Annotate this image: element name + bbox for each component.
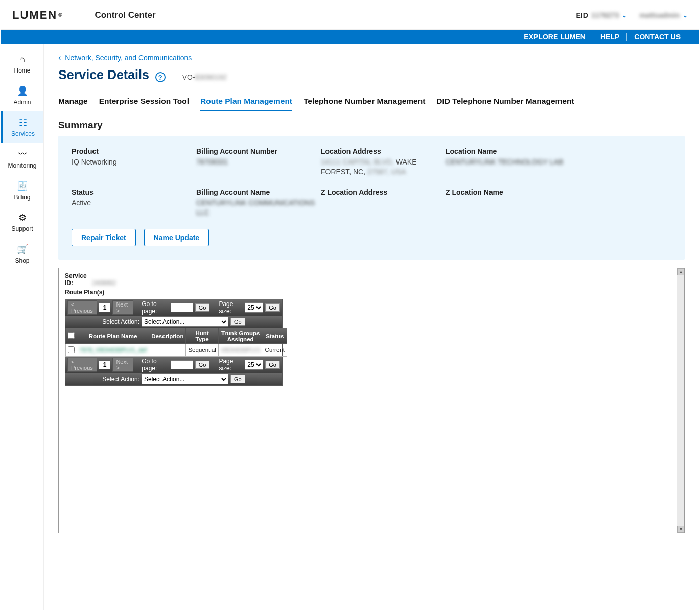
page-number[interactable]: 1 [99, 303, 111, 312]
name-update-button[interactable]: Name Update [144, 229, 209, 246]
val-product: IQ Networking [72, 157, 194, 167]
eid-menu[interactable]: EID 1178273 ⌄ mattsadmin ⌄ [576, 11, 688, 19]
sidebar-item-monitoring[interactable]: 〰Monitoring [1, 143, 43, 175]
col-route-plan-name: Route Plan Name [77, 328, 149, 344]
val-ban: 78708331 [196, 157, 319, 167]
top-bar: LUMEN® Control Center EID 1178273 ⌄ matt… [1, 1, 699, 30]
breadcrumb[interactable]: ‹ Network, Security, and Communications [58, 53, 685, 62]
sidebar-item-admin[interactable]: 👤Admin [1, 80, 43, 111]
pagesize-go[interactable]: Go [265, 303, 280, 312]
sidebar-item-support[interactable]: ⚙Support [1, 206, 43, 238]
lbl-locaddr: Location Address [321, 147, 444, 155]
goto-input[interactable] [171, 360, 193, 369]
next-button[interactable]: Next > [112, 358, 133, 372]
service-id-value: 2408862 [92, 279, 116, 287]
breadcrumb-text: Network, Security, and Communications [65, 54, 192, 62]
select-action-label: Select Action: [102, 375, 139, 383]
nav-contact[interactable]: CONTACT US [626, 33, 688, 41]
tab-did-telephone-number-management[interactable]: DID Telephone Number Management [436, 97, 574, 111]
select-action-dropdown[interactable]: Select Action... [142, 374, 228, 384]
next-button[interactable]: Next > [112, 300, 133, 315]
summary-heading: Summary [58, 120, 685, 131]
cell-trunk-groups: V8OH030PLV1 [221, 347, 261, 353]
pagesize-label: Page size: [219, 358, 243, 372]
nav-help[interactable]: HELP [593, 33, 626, 41]
tab-route-plan-management[interactable]: Route Plan Management [200, 97, 292, 111]
pagesize-select[interactable]: 25 [245, 360, 263, 370]
nav-explore[interactable]: EXPLORE LUMEN [517, 33, 593, 41]
page-title: Service Details [58, 67, 149, 82]
select-action-dropdown[interactable]: Select Action... [142, 317, 228, 327]
goto-go[interactable]: Go [195, 361, 210, 369]
lbl-status: Status [72, 188, 194, 196]
val-baname: CENTURYLINK COMMUNICATIONS LLC [196, 198, 319, 218]
goto-go[interactable]: Go [195, 303, 210, 312]
sidebar-item-billing[interactable]: 🧾Billing [1, 175, 43, 206]
action-go[interactable]: Go [230, 375, 245, 383]
summary-box: ProductIQ Networking Billing Account Num… [58, 136, 685, 260]
sidebar-item-services[interactable]: ☷Services [1, 111, 43, 143]
route-plan-name-link[interactable]: 7978_V8OH030PLV1_def [79, 347, 147, 353]
app-name: Control Center [95, 10, 156, 20]
tab-enterprise-session-tool[interactable]: Enterprise Session Tool [99, 97, 189, 111]
val-locaddr: 14111 CAPITAL BLVD, WAKE FOREST, NC, 275… [321, 157, 444, 177]
scroll-down-icon[interactable]: ▾ [677, 526, 684, 533]
cart-icon: 🛒 [17, 244, 28, 255]
tab-telephone-number-management[interactable]: Telephone Number Management [304, 97, 425, 111]
select-action-label: Select Action: [102, 318, 139, 325]
chevron-left-icon: ‹ [58, 53, 61, 62]
home-icon: ⌂ [19, 54, 25, 65]
col-hunt-type: Hunt Type [186, 328, 218, 344]
sidebar-label: Shop [15, 257, 29, 264]
val-status: Active [72, 198, 194, 208]
route-plans-heading: Route Plan(s) [65, 289, 678, 296]
goto-input[interactable] [171, 303, 193, 312]
scroll-up-icon[interactable]: ▴ [677, 268, 684, 275]
prev-button[interactable]: < Previous [67, 300, 97, 315]
sidebar-label: Services [11, 130, 35, 137]
utility-nav: EXPLORE LUMEN HELP CONTACT US [1, 30, 699, 44]
select-all-checkbox[interactable] [68, 332, 75, 339]
route-plan-panel: Service ID: 2408862 Route Plan(s) < Prev… [58, 268, 685, 533]
page-number[interactable]: 1 [99, 361, 111, 369]
sidebar-item-shop[interactable]: 🛒Shop [1, 238, 43, 270]
repair-ticket-button[interactable]: Repair Ticket [72, 229, 136, 246]
sidebar-label: Admin [13, 99, 31, 106]
sidebar-label: Monitoring [8, 162, 36, 169]
pagesize-go[interactable]: Go [265, 361, 280, 369]
cell-status: Current [263, 344, 287, 356]
cell-hunt-type: Sequential [186, 344, 218, 356]
tab-manage[interactable]: Manage [58, 97, 88, 111]
username: mattsadmin [639, 11, 680, 19]
action-go[interactable]: Go [230, 318, 245, 326]
gear-icon: ⚙ [18, 212, 27, 223]
logo-text: LUMEN [12, 9, 57, 22]
lbl-ban: Billing Account Number [196, 147, 319, 155]
table-row: 7978_V8OH030PLV1_def Sequential V8OH030P… [66, 344, 287, 356]
list-icon: ☷ [19, 117, 27, 128]
help-icon[interactable]: ? [155, 72, 166, 82]
service-code: VO-83090192 [175, 73, 227, 81]
lbl-product: Product [72, 147, 194, 155]
scrollbar[interactable]: ▴ ▾ [677, 268, 684, 533]
tabs: Manage Enterprise Session Tool Route Pla… [58, 97, 685, 111]
sidebar-label: Billing [14, 194, 30, 201]
pagesize-select[interactable]: 25 [245, 302, 263, 313]
prev-button[interactable]: < Previous [67, 358, 97, 372]
sidebar-label: Support [11, 225, 33, 232]
col-checkbox [66, 328, 77, 344]
lbl-zlocaddr: Z Location Address [321, 188, 444, 196]
pager-top: < Previous 1 Next > Go to page: Go Page … [65, 299, 283, 386]
lbl-baname: Billing Account Name [196, 188, 319, 196]
lbl-locname: Location Name [446, 147, 568, 155]
chevron-down-icon: ⌄ [622, 12, 627, 19]
sidebar: ⌂Home 👤Admin ☷Services 〰Monitoring 🧾Bill… [1, 44, 44, 610]
col-trunk-groups: Trunk Groups Assigned [218, 328, 263, 344]
invoice-icon: 🧾 [17, 180, 28, 192]
sidebar-item-home[interactable]: ⌂Home [1, 48, 43, 80]
goto-label: Go to page: [142, 300, 168, 315]
eid-value: 1178273 [591, 11, 619, 19]
row-checkbox[interactable] [68, 346, 75, 353]
user-icon: 👤 [17, 85, 28, 97]
cell-description [149, 344, 186, 356]
